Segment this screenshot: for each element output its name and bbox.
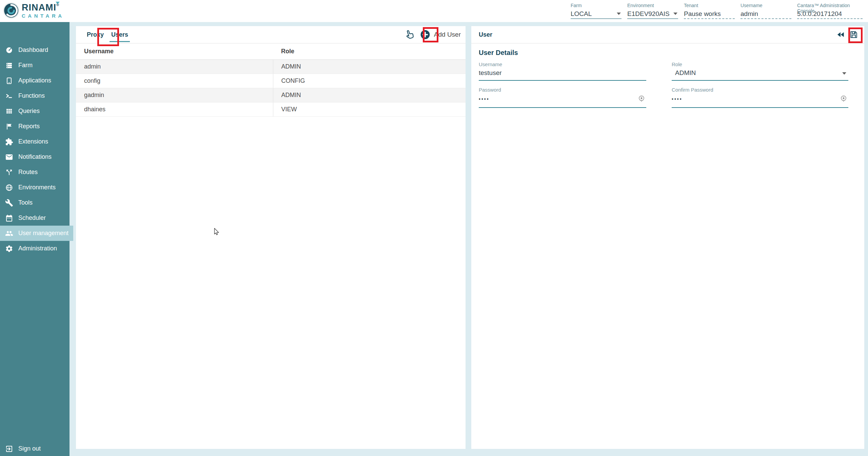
globe-icon	[5, 184, 13, 192]
username-header-input[interactable]: Username admin	[741, 3, 791, 19]
password-field-label: Password	[479, 87, 646, 94]
sidebar-item-applications[interactable]: Applications	[0, 73, 70, 88]
sign-out-button[interactable]: Sign out	[0, 441, 70, 456]
sidebar-item-queries[interactable]: Queries	[0, 103, 70, 119]
table-row[interactable]: dhaines VIEW	[76, 102, 466, 117]
password-field[interactable]: Password ••••	[479, 87, 646, 108]
cell-username: admin	[76, 60, 273, 74]
chevron-down-icon	[673, 13, 677, 15]
environment-select[interactable]: Environment E1DEV920AIS	[627, 3, 678, 19]
tab-users[interactable]: Users	[107, 26, 132, 43]
user-panel-header: User	[471, 26, 864, 43]
farm-value: LOCAL	[571, 10, 592, 18]
sidebar-item-farm[interactable]: Farm	[0, 58, 70, 73]
sidebar-item-user-management[interactable]: User management	[0, 226, 73, 241]
sidebar-item-scheduler[interactable]: Scheduler	[0, 210, 70, 226]
add-user-button[interactable]	[420, 29, 431, 40]
password-generate-icon[interactable]	[637, 94, 646, 102]
username-field[interactable]: Username testuser	[479, 61, 646, 81]
sign-out-icon	[5, 445, 13, 453]
sidebar-item-extensions[interactable]: Extensions	[0, 134, 70, 149]
table-row[interactable]: gadmin ADMIN	[76, 88, 466, 102]
password-field-value[interactable]: ••••	[479, 94, 646, 108]
puzzle-icon	[5, 138, 13, 146]
sidebar-item-dashboard[interactable]: Dashboard	[0, 42, 70, 58]
role-select-value[interactable]: ADMIN	[672, 68, 848, 81]
logo-primary-text: RINAMI®	[22, 3, 64, 12]
wrench-icon	[5, 199, 13, 207]
sidebar-item-reports[interactable]: Reports	[0, 119, 70, 134]
sidebar-item-functions[interactable]: Functions	[0, 88, 70, 103]
sidebar-item-notifications[interactable]: Notifications	[0, 149, 70, 165]
dashboard-gauge-icon	[5, 46, 13, 54]
rinami-cantara-logo: RINAMI® CANTARA	[3, 2, 64, 19]
chevron-down-icon	[617, 13, 621, 15]
column-header-role: Role	[273, 43, 466, 60]
environment-header-fields: Farm LOCAL Environment E1DEV920AIS Tenan…	[571, 3, 863, 19]
sidebar-item-routes[interactable]: Routes	[0, 165, 70, 180]
confirm-password-field[interactable]: Confirm Password ••••	[672, 87, 848, 108]
cell-role: CONFIG	[273, 74, 466, 88]
table-row[interactable]: admin ADMIN	[76, 60, 466, 74]
cell-role: ADMIN	[273, 60, 466, 74]
environment-value: E1DEV920AIS	[627, 10, 670, 18]
cell-username: dhaines	[76, 102, 273, 117]
sidebar-item-administration[interactable]: Administration	[0, 241, 70, 256]
user-details-heading: User Details	[479, 49, 857, 57]
add-user-label: Add User	[434, 31, 461, 38]
tenant-label: Tenant	[684, 3, 735, 9]
tablet-icon	[5, 77, 13, 85]
rinami-logo-icon	[3, 2, 20, 19]
console-version-value: 5.0.0.20171204	[797, 10, 842, 18]
confirm-password-field-value[interactable]: ••••	[672, 94, 848, 108]
call-split-icon	[5, 168, 13, 176]
users-table: Username Role admin ADMIN config CONFIG …	[76, 43, 466, 117]
table-row[interactable]: config CONFIG	[76, 74, 466, 88]
gear-icon	[5, 245, 13, 253]
username-header-label: Username	[741, 3, 791, 9]
role-select-label: Role	[672, 61, 848, 68]
chevron-down-icon	[842, 72, 846, 75]
app-root: RINAMI® CANTARA Farm LOCAL Environment E…	[0, 0, 868, 456]
sidebar-item-tools[interactable]: Tools	[0, 195, 70, 210]
console-version-label: Cantara™ Administration Console	[797, 3, 863, 9]
top-bar: RINAMI® CANTARA Farm LOCAL Environment E…	[0, 0, 868, 22]
cell-role: ADMIN	[273, 88, 466, 102]
flag-icon	[5, 122, 13, 131]
column-header-username: Username	[76, 43, 273, 60]
calendar-icon	[5, 214, 13, 222]
save-icon[interactable]	[849, 30, 859, 40]
users-list-panel: Proxy Users Add User Username Role	[76, 26, 466, 449]
cell-role: VIEW	[273, 102, 466, 117]
tenant-input[interactable]: Tenant Pause works	[684, 3, 735, 19]
confirm-password-field-label: Confirm Password	[672, 87, 848, 94]
user-details-form: Username testuser Role ADMIN Password ••…	[471, 57, 864, 108]
logo-secondary-text: CANTARA	[22, 13, 64, 18]
user-panel-title: User	[479, 31, 836, 38]
username-field-label: Username	[479, 61, 646, 68]
tab-proxy[interactable]: Proxy	[83, 26, 107, 43]
password-generate-icon[interactable]	[840, 94, 848, 102]
console-version-field: Cantara™ Administration Console 5.0.0.20…	[797, 3, 863, 19]
logo-triangle-accent	[56, 2, 60, 4]
hand-pointer-icon	[402, 27, 416, 42]
cell-username: gadmin	[76, 88, 273, 102]
server-stack-icon	[5, 61, 13, 70]
environment-label: Environment	[627, 3, 678, 9]
grid-table-icon	[5, 107, 13, 115]
collapse-double-left-icon[interactable]	[836, 30, 846, 40]
envelope-icon	[5, 153, 13, 161]
terminal-icon	[5, 92, 13, 100]
tab-bar: Proxy Users Add User	[76, 26, 466, 43]
username-header-value: admin	[741, 10, 758, 18]
farm-select[interactable]: Farm LOCAL	[571, 3, 622, 19]
user-detail-panel: User User Details Username testuser Role…	[471, 26, 864, 449]
farm-label: Farm	[571, 3, 622, 9]
tenant-value: Pause works	[684, 10, 721, 18]
table-header-row: Username Role	[76, 43, 466, 60]
username-field-value[interactable]: testuser	[479, 68, 646, 81]
sidebar: Dashboard Farm Applications Functions Qu…	[0, 22, 70, 456]
people-icon	[5, 229, 13, 238]
sidebar-item-environments[interactable]: Environments	[0, 180, 70, 195]
role-select[interactable]: Role ADMIN	[672, 61, 848, 81]
